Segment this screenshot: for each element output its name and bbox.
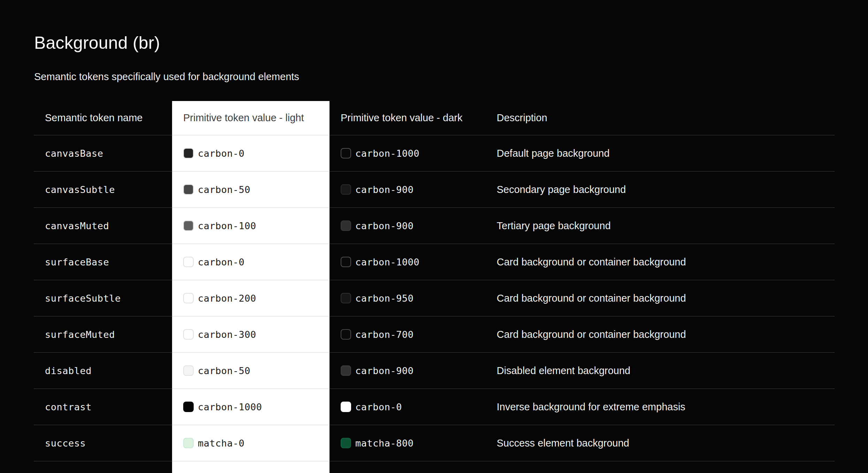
dark-token-value: carbon-1000 <box>355 148 419 159</box>
light-color-swatch <box>183 184 194 195</box>
dark-token-value: carbon-950 <box>355 293 414 304</box>
light-color-swatch <box>183 293 194 303</box>
dark-value-cell: carbon-700 <box>330 317 486 353</box>
token-name-cell: surfaceBase <box>34 244 172 280</box>
dark-value-cell: carbon-950 <box>330 280 486 317</box>
table-row: surfaceMutedcarbon-300carbon-700Card bac… <box>34 317 835 353</box>
light-value-cell: carbon-100 <box>172 208 330 244</box>
token-description: Tertiary page background <box>497 220 611 232</box>
light-color-swatch <box>183 148 194 158</box>
partial-next-row <box>34 462 835 473</box>
description-cell: Card background or container background <box>486 244 835 280</box>
token-description: Card background or container background <box>497 329 686 340</box>
token-name-cell: contrast <box>34 389 172 425</box>
dark-color-swatch <box>341 438 351 448</box>
token-name-cell: canvasSubtle <box>34 172 172 208</box>
light-color-swatch <box>183 365 194 376</box>
light-token-value: carbon-50 <box>198 184 250 195</box>
dark-value-cell: carbon-0 <box>330 389 486 425</box>
column-header-primitive-value-light: Primitive token value - light <box>172 101 330 135</box>
dark-color-swatch <box>341 365 351 376</box>
dark-value-cell: matcha-800 <box>330 425 486 462</box>
token-name: canvasSubtle <box>45 184 115 195</box>
dark-color-swatch <box>341 184 351 195</box>
dark-token-value: carbon-900 <box>355 184 414 195</box>
column-header-semantic-token-name: Semantic token name <box>34 101 172 135</box>
dark-color-swatch <box>341 257 351 267</box>
dark-value-cell: carbon-900 <box>330 172 486 208</box>
table-row: canvasBasecarbon-0carbon-1000Default pag… <box>34 135 835 172</box>
table-row: surfaceBasecarbon-0carbon-1000Card backg… <box>34 244 835 280</box>
description-cell: Success element background <box>486 425 835 462</box>
table-row: surfaceSubtlecarbon-200carbon-950Card ba… <box>34 280 835 317</box>
description-cell: Disabled element background <box>486 353 835 389</box>
dark-color-swatch <box>341 293 351 303</box>
dark-value-cell: carbon-900 <box>330 208 486 244</box>
page: Background (br) Semantic tokens specific… <box>0 0 868 473</box>
token-name-cell: surfaceSubtle <box>34 280 172 317</box>
column-header-primitive-value-dark: Primitive token value - dark <box>330 101 486 135</box>
description-cell: Tertiary page background <box>486 208 835 244</box>
light-token-value: matcha-0 <box>198 438 245 449</box>
description-cell: Default page background <box>486 135 835 172</box>
description-cell: Card background or container background <box>486 317 835 353</box>
light-color-swatch <box>183 257 194 267</box>
light-color-swatch <box>183 329 194 340</box>
partial-cell <box>486 462 835 473</box>
light-token-value: carbon-0 <box>198 148 245 159</box>
light-token-value: carbon-200 <box>198 293 256 304</box>
dark-token-value: carbon-700 <box>355 329 414 340</box>
partial-cell-light <box>172 462 330 473</box>
light-value-cell: carbon-0 <box>172 244 330 280</box>
dark-value-cell: carbon-900 <box>330 353 486 389</box>
token-description: Inverse background for extreme emphasis <box>497 401 685 413</box>
token-name: contrast <box>45 402 92 412</box>
light-color-swatch <box>183 220 194 231</box>
table-row: disabledcarbon-50carbon-900Disabled elem… <box>34 353 835 389</box>
table-row: contrastcarbon-1000carbon-0Inverse backg… <box>34 389 835 425</box>
description-cell: Card background or container background <box>486 280 835 317</box>
description-cell: Inverse background for extreme emphasis <box>486 389 835 425</box>
token-name-cell: disabled <box>34 353 172 389</box>
light-color-swatch <box>183 438 194 448</box>
token-table: Semantic token name Primitive token valu… <box>34 101 835 473</box>
dark-value-cell: carbon-1000 <box>330 135 486 172</box>
light-token-value: carbon-100 <box>198 220 256 231</box>
token-description: Success element background <box>497 437 629 449</box>
token-name: surfaceMuted <box>45 329 115 340</box>
light-token-value: carbon-1000 <box>198 402 262 412</box>
token-description: Default page background <box>497 148 610 159</box>
dark-color-swatch <box>341 329 351 340</box>
token-name-cell: canvasMuted <box>34 208 172 244</box>
table-body: canvasBasecarbon-0carbon-1000Default pag… <box>34 135 835 462</box>
page-title: Background (br) <box>34 32 160 54</box>
light-value-cell: carbon-1000 <box>172 389 330 425</box>
description-cell: Secondary page background <box>486 172 835 208</box>
light-value-cell: carbon-200 <box>172 280 330 317</box>
table-row: successmatcha-0matcha-800Success element… <box>34 425 835 462</box>
token-description: Disabled element background <box>497 365 630 377</box>
token-description: Card background or container background <box>497 293 686 304</box>
light-value-cell: matcha-0 <box>172 425 330 462</box>
token-name: surfaceBase <box>45 257 109 267</box>
dark-color-swatch <box>341 148 351 158</box>
page-subtitle: Semantic tokens specifically used for ba… <box>34 70 299 84</box>
token-name-cell: surfaceMuted <box>34 317 172 353</box>
dark-token-value: carbon-1000 <box>355 257 419 267</box>
dark-token-value: carbon-0 <box>355 402 402 412</box>
token-description: Secondary page background <box>497 184 626 195</box>
dark-token-value: matcha-800 <box>355 438 414 449</box>
token-description: Card background or container background <box>497 256 686 268</box>
light-value-cell: carbon-50 <box>172 172 330 208</box>
table-row: canvasMutedcarbon-100carbon-900Tertiary … <box>34 208 835 244</box>
token-name: surfaceSubtle <box>45 293 121 304</box>
dark-color-swatch <box>341 220 351 231</box>
partial-cell <box>330 462 486 473</box>
token-name-cell: canvasBase <box>34 135 172 172</box>
light-token-value: carbon-300 <box>198 329 256 340</box>
dark-token-value: carbon-900 <box>355 220 414 231</box>
token-name: success <box>45 438 86 449</box>
light-token-value: carbon-50 <box>198 365 250 376</box>
token-name: canvasMuted <box>45 220 109 231</box>
column-header-description: Description <box>486 101 835 135</box>
